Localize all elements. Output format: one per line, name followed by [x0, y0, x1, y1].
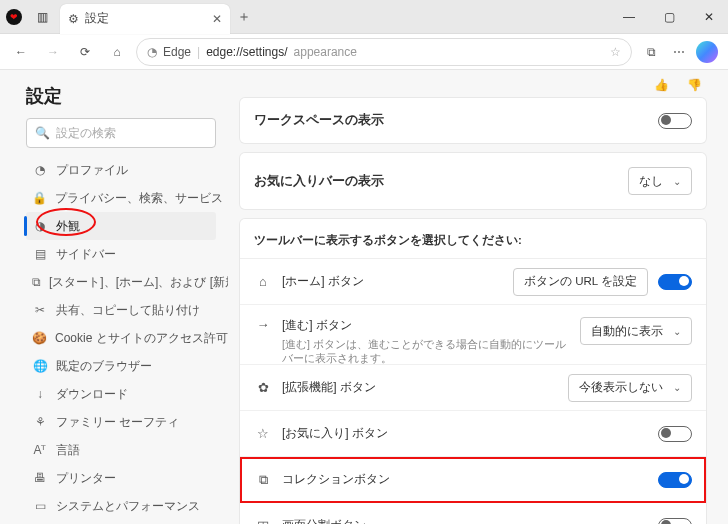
row-select-value: 自動的に表示	[591, 323, 663, 340]
more-menu-button[interactable]: ⋯	[666, 39, 692, 65]
row-toggle[interactable]	[658, 472, 692, 488]
row-toggle[interactable]	[658, 518, 692, 525]
sidebar-item[interactable]: 🔒プライバシー、検索、サービス	[26, 184, 216, 212]
sidebar-item-icon: ▤	[32, 247, 48, 261]
sidebar-item-label: プライバシー、検索、サービス	[55, 190, 223, 207]
thumbs-up-icon[interactable]: 👍	[654, 78, 669, 92]
tab-actions-icon[interactable]: ▥	[28, 3, 56, 31]
row-label: コレクションボタン	[282, 471, 648, 488]
close-tab-icon[interactable]: ✕	[212, 12, 222, 26]
sidebar-item-icon: ✂	[32, 303, 48, 317]
row-label: [拡張機能] ボタン	[282, 379, 558, 396]
new-tab-button[interactable]: ＋	[230, 8, 258, 26]
search-icon: 🔍	[35, 126, 50, 140]
sidebar-item[interactable]: ✂共有、コピーして貼り付け	[26, 296, 216, 324]
forward-button[interactable]: →	[40, 39, 66, 65]
sidebar-item[interactable]: ▤サイドバー	[26, 240, 216, 268]
sidebar-item-label: システムとパフォーマンス	[56, 498, 200, 515]
sidebar-item[interactable]: ◑外観	[26, 212, 216, 240]
workspace-title: ワークスペースの表示	[254, 112, 384, 129]
toolbar-section-header: ツールバーに表示するボタンを選択してください:	[240, 219, 706, 259]
sidebar-item-icon: ◑	[32, 219, 48, 233]
sidebar-item-label: サイドバー	[56, 246, 116, 263]
gear-icon: ⚙	[68, 12, 79, 26]
favorites-bar-select[interactable]: なし ⌄	[628, 167, 692, 195]
sidebar-item[interactable]: Aᵀ言語	[26, 436, 216, 464]
toolbar-buttons-card: ツールバーに表示するボタンを選択してください: ⌂[ホーム] ボタンボタンの U…	[240, 219, 706, 524]
row-select-value: 今後表示しない	[579, 379, 663, 396]
site-identity-icon: ◔	[147, 45, 157, 59]
settings-sidebar: 設定 🔍 ◔プロファイル🔒プライバシー、検索、サービス◑外観▤サイドバー⧉[スタ…	[0, 70, 228, 524]
address-bar[interactable]: ◔ Edge | edge://settings/appearance ☆	[136, 38, 632, 66]
row-select[interactable]: 自動的に表示⌄	[580, 317, 692, 345]
toolbar-option-row: ◫画面分割ボタン	[240, 503, 706, 524]
browser-tab[interactable]: ⚙ 設定 ✕	[60, 4, 230, 34]
sidebar-item-icon: ⚘	[32, 415, 48, 429]
copilot-button[interactable]	[694, 39, 720, 65]
divider: |	[197, 45, 200, 59]
window-titlebar: ▥ ⚙ 設定 ✕ ＋ — ▢ ✕	[0, 0, 728, 34]
sidebar-item[interactable]: ↓ダウンロード	[26, 380, 216, 408]
settings-search[interactable]: 🔍	[26, 118, 216, 148]
toolbar-option-row: ⌂[ホーム] ボタンボタンの URL を設定	[240, 259, 706, 305]
sidebar-item-icon: ↓	[32, 387, 48, 401]
row-icon: ✿	[254, 380, 272, 395]
sidebar-item[interactable]: 🍪Cookie とサイトのアクセス許可	[26, 324, 216, 352]
sidebar-item-label: ファミリー セーフティ	[56, 414, 179, 431]
row-hint: [進む] ボタンは、進むことができる場合に自動的にツール バーに表示されます。	[282, 338, 570, 366]
url-main: edge://settings/	[206, 45, 287, 59]
sidebar-item-label: プロファイル	[56, 162, 128, 179]
browser-toolbar: ← → ⟳ ⌂ ◔ Edge | edge://settings/appeara…	[0, 34, 728, 70]
workspace-toggle[interactable]	[658, 113, 692, 129]
row-icon: →	[254, 317, 272, 332]
row-select[interactable]: 今後表示しない⌄	[568, 374, 692, 402]
chevron-down-icon: ⌄	[673, 382, 681, 393]
sidebar-item[interactable]: ◔プロファイル	[26, 156, 216, 184]
row-toggle[interactable]	[658, 426, 692, 442]
sidebar-item-label: プリンター	[56, 470, 116, 487]
row-label: 画面分割ボタン	[282, 517, 648, 524]
profile-badge-icon	[0, 3, 28, 31]
window-close-button[interactable]: ✕	[690, 3, 728, 31]
favorites-bar-title: お気に入りバーの表示	[254, 173, 384, 190]
refresh-button[interactable]: ⟳	[72, 39, 98, 65]
sidebar-item[interactable]: 🖶プリンター	[26, 464, 216, 492]
row-label: [ホーム] ボタン	[282, 273, 503, 290]
sidebar-item[interactable]: ⚘ファミリー セーフティ	[26, 408, 216, 436]
sidebar-item-label: 外観	[56, 218, 80, 235]
favorites-bar-select-value: なし	[639, 173, 663, 190]
sidebar-item-icon: 🍪	[32, 331, 47, 345]
sidebar-item-icon: 🔒	[32, 191, 47, 205]
window-minimize-button[interactable]: —	[610, 3, 648, 31]
sidebar-item-label: 既定のブラウザー	[56, 358, 152, 375]
sidebar-item[interactable]: ▭システムとパフォーマンス	[26, 492, 216, 520]
row-label: [進む] ボタン	[282, 317, 570, 334]
sidebar-item-label: 共有、コピーして貼り付け	[56, 302, 200, 319]
toolbar-option-row: ⧉コレクションボタン	[240, 457, 706, 503]
url-config-button[interactable]: ボタンの URL を設定	[513, 268, 648, 296]
sidebar-item-label: ダウンロード	[56, 386, 128, 403]
sidebar-item-label: 言語	[56, 442, 80, 459]
sidebar-item-label: [スタート]、[ホーム]、および [新規] タブ	[49, 274, 228, 291]
sidebar-item[interactable]: 🌐既定のブラウザー	[26, 352, 216, 380]
chevron-down-icon: ⌄	[673, 326, 681, 337]
chevron-down-icon: ⌄	[673, 176, 681, 187]
toolbar-option-row: →[進む] ボタン[進む] ボタンは、進むことができる場合に自動的にツール バー…	[240, 305, 706, 365]
toolbar-option-row: ✿[拡張機能] ボタン今後表示しない⌄	[240, 365, 706, 411]
sidebar-item-icon: ⧉	[32, 275, 41, 289]
toolbar-option-row: ☆[お気に入り] ボタン	[240, 411, 706, 457]
sidebar-list: ◔プロファイル🔒プライバシー、検索、サービス◑外観▤サイドバー⧉[スタート]、[…	[26, 156, 216, 524]
collections-icon[interactable]: ⧉	[638, 39, 664, 65]
row-toggle[interactable]	[658, 274, 692, 290]
search-input[interactable]	[56, 126, 207, 140]
back-button[interactable]: ←	[8, 39, 34, 65]
sidebar-item[interactable]: ↺設定のリセット	[26, 520, 216, 524]
sidebar-item-icon: 🖶	[32, 471, 48, 485]
settings-heading: 設定	[26, 84, 216, 108]
sidebar-item[interactable]: ⧉[スタート]、[ホーム]、および [新規] タブ	[26, 268, 216, 296]
thumbs-down-icon[interactable]: 👎	[687, 78, 702, 92]
favorite-star-icon[interactable]: ☆	[610, 45, 621, 59]
window-maximize-button[interactable]: ▢	[650, 3, 688, 31]
row-label: [お気に入り] ボタン	[282, 425, 648, 442]
home-button[interactable]: ⌂	[104, 39, 130, 65]
